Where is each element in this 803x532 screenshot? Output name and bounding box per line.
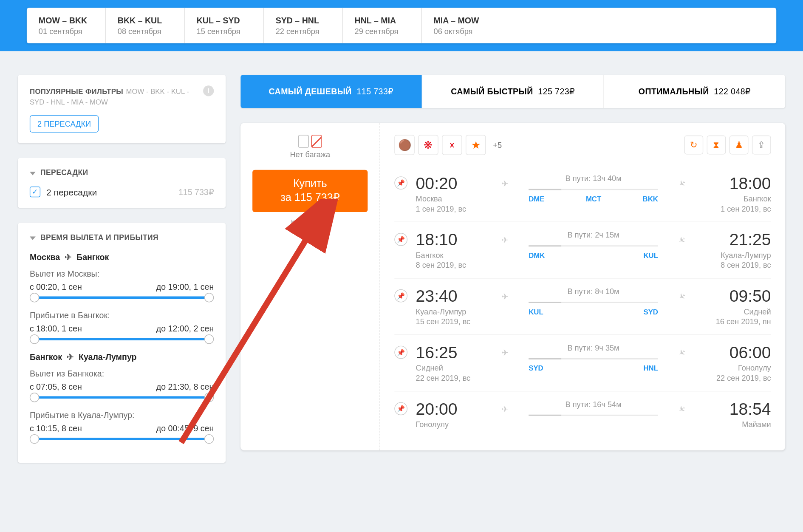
slider-from: с 10:15, 8 сен: [30, 424, 82, 433]
plane-icon: ✈: [65, 252, 72, 262]
filters-sidebar: i ПОПУЛЯРНЫЕ ФИЛЬТРЫ MOW - BKK - KUL - S…: [18, 75, 226, 478]
ticket-actions: ↻ ⧗ ♟ ⇪: [684, 136, 771, 155]
slider-thumb[interactable]: [204, 334, 214, 344]
times-section-title[interactable]: ВРЕМЯ ВЫЛЕТА И ПРИБЫТИЯ: [30, 233, 214, 242]
slider-to: до 12:00, 2 сен: [156, 324, 214, 333]
arrival-city: Гонолулу: [694, 364, 771, 373]
route-tab[interactable]: MIA – MOW06 октября: [422, 8, 501, 43]
share-icon[interactable]: ⇪: [752, 136, 771, 155]
caret-down-icon: [30, 172, 36, 175]
plane-arrival-icon: ✈: [676, 291, 688, 303]
departure-city: Гонолулу: [416, 420, 493, 429]
departure-time: 20:00: [416, 400, 493, 419]
pin-icon[interactable]: 📌: [394, 402, 407, 415]
flight-segment[interactable]: 📌 00:20 Москва 1 сен 2019, вс ✈ В пути: …: [394, 166, 771, 222]
route-tab[interactable]: SYD – HNL22 сентября: [264, 8, 343, 43]
arrival-time: 21:25: [694, 230, 771, 249]
flight-segment[interactable]: 📌 20:00 Гонолулу ✈ В пути: 16ч 54м ✈ 18:…: [394, 391, 771, 438]
buy-agency: на Kiwi.com: [252, 217, 368, 225]
route-date: 22 сентября: [276, 27, 331, 36]
arrival-city: Куала-Лумпур: [694, 251, 771, 260]
route-tab[interactable]: HNL – MIA29 сентября: [343, 8, 422, 43]
leg-title: Москва ✈ Бангкок: [30, 252, 214, 262]
transfers-filter-card: ПЕРЕСАДКИ ✓ 2 пересадки 115 733₽: [18, 158, 226, 208]
departure-city: Бангкок: [416, 251, 493, 260]
departure-city: Сидней: [416, 364, 493, 373]
slider-thumb[interactable]: [30, 393, 39, 402]
slider-thumb[interactable]: [30, 434, 39, 444]
slider-to: до 00:45, 9 сен: [156, 424, 214, 433]
airline-logo-4: ★: [466, 135, 486, 155]
slider-to: до 21:30, 8 сен: [156, 382, 214, 391]
departure-time: 16:25: [416, 343, 493, 362]
segment-duration: В пути: 8ч 10м: [529, 287, 658, 296]
arrival-time: 18:00: [694, 174, 771, 193]
flight-segment[interactable]: 📌 16:25 Сидней 22 сен 2019, вс ✈ В пути:…: [394, 335, 771, 391]
flight-segment[interactable]: 📌 23:40 Куала-Лумпур 15 сен 2019, вс ✈ В…: [394, 279, 771, 335]
hourglass-icon[interactable]: ⧗: [707, 136, 726, 155]
segment-duration: В пути: 2ч 15м: [529, 230, 658, 239]
slider-track[interactable]: [34, 396, 209, 399]
route-tab[interactable]: KUL – SYD15 сентября: [185, 8, 264, 43]
plane-departure-icon: ✈: [501, 348, 509, 357]
route-code: MIA – MOW: [434, 15, 489, 25]
slider-thumb[interactable]: [30, 334, 39, 344]
slider-label: Прибытие в Бангкок:: [30, 311, 214, 320]
slider-thumb[interactable]: [204, 393, 214, 402]
slider-track[interactable]: [34, 438, 209, 440]
route-tab[interactable]: MOW – BKK01 сентября: [27, 8, 106, 43]
route-tab[interactable]: BKK – KUL08 сентября: [106, 8, 185, 43]
departure-date: 8 сен 2019, вс: [416, 261, 493, 270]
slider-from: с 07:05, 8 сен: [30, 382, 82, 391]
airlines-more[interactable]: +5: [489, 141, 506, 150]
segment-line: [529, 358, 658, 359]
plane-departure-icon: ✈: [501, 291, 509, 301]
route-code: MOW – BKK: [39, 15, 93, 25]
route-code: SYD – HNL: [276, 15, 331, 25]
slider-thumb[interactable]: [30, 293, 39, 302]
departure-time: 18:10: [416, 230, 493, 249]
route-bar: MOW – BKK01 сентябряBKK – KUL08 сентября…: [0, 0, 803, 51]
plane-icon: ✈: [67, 352, 74, 362]
buy-button[interactable]: Купить за 115 733₽: [252, 170, 368, 212]
sort-tab-fastest[interactable]: САМЫЙ БЫСТРЫЙ 125 723₽: [422, 75, 604, 108]
pin-icon[interactable]: 📌: [394, 346, 407, 359]
segment-codes: SYDHNL: [529, 364, 658, 373]
airline-logo-3: X: [442, 135, 462, 155]
departure-time: 00:20: [416, 174, 493, 193]
info-icon[interactable]: i: [203, 85, 214, 96]
segment-line: [529, 415, 658, 416]
slider-track[interactable]: [34, 338, 209, 340]
refresh-icon[interactable]: ↻: [684, 136, 703, 155]
ticket-buy-panel: Нет багажа Купить за 115 733₽ на Kiwi.co…: [240, 123, 380, 450]
transfers-section-title[interactable]: ПЕРЕСАДКИ: [30, 169, 214, 177]
pin-icon[interactable]: 📌: [394, 233, 407, 246]
arrival-date: 16 сен 2019, пн: [694, 317, 771, 326]
flight-segment[interactable]: 📌 18:10 Бангкок 8 сен 2019, вс ✈ В пути:…: [394, 222, 771, 279]
checkbox-2-transfers[interactable]: ✓: [30, 187, 40, 197]
slider-thumb[interactable]: [204, 293, 214, 302]
segment-codes: KULSYD: [529, 308, 658, 316]
slider-thumb[interactable]: [204, 434, 214, 444]
seat-icon[interactable]: ♟: [729, 136, 749, 155]
plane-arrival-icon: ✈: [676, 178, 688, 190]
route-code: KUL – SYD: [197, 15, 252, 25]
ticket-body: 🟤 ❋ X ★ +5 ↻ ⧗ ♟ ⇪ 📌 00:20 Мос: [380, 123, 785, 450]
filter-chip-transfers[interactable]: 2 ПЕРЕСАДКИ: [30, 115, 99, 133]
segment-line: [529, 189, 658, 190]
departure-city: Куала-Лумпур: [416, 307, 493, 316]
segment-duration: В пути: 9ч 35м: [529, 343, 658, 352]
sort-tabs: САМЫЙ ДЕШЕВЫЙ 115 733₽ САМЫЙ БЫСТРЫЙ 125…: [240, 75, 785, 108]
sort-tab-optimal[interactable]: ОПТИМАЛЬНЫЙ 122 048₽: [604, 75, 785, 108]
pin-icon[interactable]: 📌: [394, 176, 407, 190]
slider-label: Прибытие в Куала-Лумпур:: [30, 410, 214, 420]
slider-track[interactable]: [34, 297, 209, 299]
route-tabs: MOW – BKK01 сентябряBKK – KUL08 сентября…: [27, 8, 776, 43]
departure-date: 22 сен 2019, вс: [416, 374, 493, 382]
popular-filters-title: ПОПУЛЯРНЫЕ ФИЛЬТРЫ: [30, 88, 123, 96]
pin-icon[interactable]: 📌: [394, 289, 407, 303]
arrival-city: Бангкок: [694, 194, 771, 203]
airline-logos: 🟤 ❋ X ★ +5: [394, 135, 505, 155]
sort-tab-cheapest[interactable]: САМЫЙ ДЕШЕВЫЙ 115 733₽: [240, 75, 422, 108]
caret-down-icon: [30, 236, 36, 240]
